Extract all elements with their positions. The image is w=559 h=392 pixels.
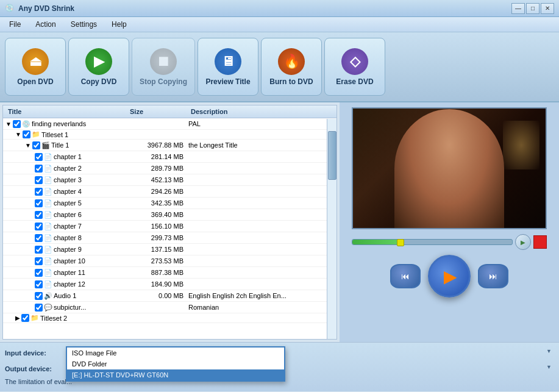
- player-row: ⏮ ▶ ⏭: [352, 255, 547, 298]
- expand-icon[interactable]: ▼: [5, 121, 12, 127]
- copy-dvd-icon: ▶: [85, 48, 112, 75]
- play-small-button[interactable]: ▶: [515, 234, 531, 250]
- table-row[interactable]: 🔊Audio 1 0.00 MB English English 2ch Eng…: [3, 290, 336, 302]
- stop-small-button[interactable]: [533, 235, 547, 249]
- burn-to-dvd-icon: 🔥: [278, 48, 305, 75]
- row-size: [125, 306, 186, 308]
- table-row[interactable]: 📄chapter 2 289.79 MB: [3, 163, 336, 174]
- output-device-dropdown[interactable]: ISO Image File DVD Folder [E:] HL-DT-ST …: [66, 346, 285, 382]
- col-size-header: Size: [127, 107, 188, 116]
- close-button[interactable]: ✕: [541, 3, 554, 14]
- row-checkbox[interactable]: [21, 314, 29, 322]
- expand-icon[interactable]: ▶: [15, 315, 20, 321]
- preview-title-button[interactable]: 🖥 Preview Title: [198, 38, 258, 96]
- row-checkbox[interactable]: [35, 153, 43, 161]
- row-desc: the Longest Title: [186, 140, 336, 150]
- expand-icon[interactable]: ▼: [15, 131, 21, 138]
- row-label: chapter 12: [54, 280, 85, 288]
- erase-dvd-button[interactable]: ◇ Erase DVD: [324, 38, 385, 96]
- table-row[interactable]: 📄chapter 10 273.53 MB: [3, 255, 336, 267]
- row-checkbox[interactable]: [35, 223, 43, 230]
- table-row[interactable]: ▼ 📁 Titleset 1: [3, 130, 336, 140]
- scrollbar-track[interactable]: [327, 119, 336, 339]
- row-label: chapter 1: [54, 153, 82, 160]
- scrollbar-thumb[interactable]: [328, 131, 336, 180]
- menu-action[interactable]: Action: [29, 18, 62, 30]
- folder-icon: 📁: [30, 314, 39, 322]
- row-checkbox[interactable]: [32, 141, 40, 149]
- table-row[interactable]: 📄chapter 12 184.90 MB: [3, 279, 336, 290]
- table-row[interactable]: 📄chapter 11 887.38 MB: [3, 267, 336, 279]
- app-title: Any DVD Shrink: [18, 4, 511, 13]
- table-row[interactable]: ▼ 💿 finding neverlands PAL: [3, 118, 336, 130]
- row-checkbox[interactable]: [35, 257, 43, 265]
- chapter-icon: 📄: [44, 280, 52, 288]
- row-desc: [186, 317, 336, 319]
- table-row[interactable]: 📄chapter 8 299.73 MB: [3, 232, 336, 244]
- row-label: chapter 4: [54, 188, 82, 195]
- table-row[interactable]: ▶ 📁 Titleset 2: [3, 313, 336, 323]
- open-dvd-button[interactable]: ⏏ Open DVD: [5, 38, 66, 96]
- burn-to-dvd-button[interactable]: 🔥 Burn to DVD: [261, 38, 322, 96]
- chapter-icon: 📄: [44, 153, 52, 161]
- menu-help[interactable]: Help: [105, 18, 134, 30]
- open-dvd-icon: ⏏: [22, 48, 49, 75]
- row-checkbox[interactable]: [35, 269, 43, 277]
- chapter-icon: 📄: [44, 223, 52, 230]
- row-desc: English English 2ch English En...: [186, 291, 336, 301]
- table-row[interactable]: 📄chapter 5 342.35 MB: [3, 198, 336, 209]
- dropdown-option-iso[interactable]: ISO Image File: [67, 347, 284, 358]
- progress-bar[interactable]: [352, 239, 513, 245]
- row-checkbox[interactable]: [35, 234, 43, 242]
- row-desc: [186, 237, 336, 239]
- stop-copying-button[interactable]: ⏹ Stop Copying: [132, 38, 195, 96]
- table-row[interactable]: 📄chapter 7 156.10 MB: [3, 221, 336, 232]
- tree-scroll[interactable]: ▼ 💿 finding neverlands PAL ▼ 📁 Titleset …: [3, 118, 336, 338]
- menu-settings[interactable]: Settings: [64, 18, 104, 30]
- play-main-button[interactable]: ▶: [428, 255, 471, 298]
- table-row[interactable]: 📄chapter 4 294.26 MB: [3, 186, 336, 198]
- row-size: 887.38 MB: [125, 268, 186, 277]
- maximize-button[interactable]: □: [526, 3, 539, 14]
- row-size: 299.73 MB: [125, 233, 186, 243]
- row-checkbox[interactable]: [35, 304, 43, 312]
- dropdown-option-dvd[interactable]: [E:] HL-DT-ST DVD+RW GT60N: [67, 369, 284, 380]
- row-label: Titleset 1: [41, 131, 68, 138]
- row-desc: [186, 202, 336, 204]
- row-checkbox[interactable]: [35, 188, 43, 196]
- table-row[interactable]: 📄chapter 9 137.15 MB: [3, 244, 336, 255]
- chapter-icon: 📄: [44, 165, 52, 173]
- row-checkbox[interactable]: [35, 292, 43, 300]
- row-checkbox[interactable]: [35, 199, 43, 207]
- table-row[interactable]: 📄chapter 1 281.14 MB: [3, 151, 336, 163]
- menu-file[interactable]: File: [2, 18, 27, 30]
- minimize-button[interactable]: —: [511, 3, 525, 14]
- forward-button[interactable]: ⏭: [478, 264, 508, 288]
- table-row[interactable]: ▼ 🎬 Title 1 3967.88 MB the Longest Title: [3, 140, 336, 151]
- row-checkbox[interactable]: [35, 211, 43, 219]
- row-checkbox[interactable]: [23, 130, 30, 138]
- copy-dvd-button[interactable]: ▶ Copy DVD: [68, 38, 129, 96]
- table-row[interactable]: 📄chapter 6 369.40 MB: [3, 209, 336, 221]
- row-checkbox[interactable]: [35, 165, 43, 173]
- rewind-button[interactable]: ⏮: [390, 264, 421, 288]
- table-row[interactable]: 💬subpictur... Romanian: [3, 302, 336, 313]
- row-checkbox[interactable]: [35, 246, 43, 254]
- row-checkbox[interactable]: [35, 176, 43, 184]
- dropdown-option-folder[interactable]: DVD Folder: [67, 358, 284, 369]
- row-label: Title 1: [51, 141, 69, 149]
- row-label: chapter 6: [54, 211, 82, 218]
- row-checkbox[interactable]: [13, 120, 21, 128]
- expand-icon[interactable]: ▼: [25, 142, 31, 149]
- row-checkbox[interactable]: [35, 280, 43, 288]
- tree-area: Title Size Description ▼ 💿 finding never…: [2, 105, 337, 340]
- audio-icon: 🔊: [44, 292, 52, 300]
- title-icon: 🎬: [41, 141, 50, 149]
- progress-thumb[interactable]: [397, 239, 404, 246]
- table-row[interactable]: 📄chapter 3 452.13 MB: [3, 174, 336, 186]
- row-size: [125, 317, 186, 319]
- erase-dvd-label: Erase DVD: [336, 77, 373, 86]
- row-size: 342.35 MB: [125, 198, 186, 208]
- copy-dvd-label: Copy DVD: [81, 77, 117, 86]
- row-label: chapter 9: [54, 246, 82, 253]
